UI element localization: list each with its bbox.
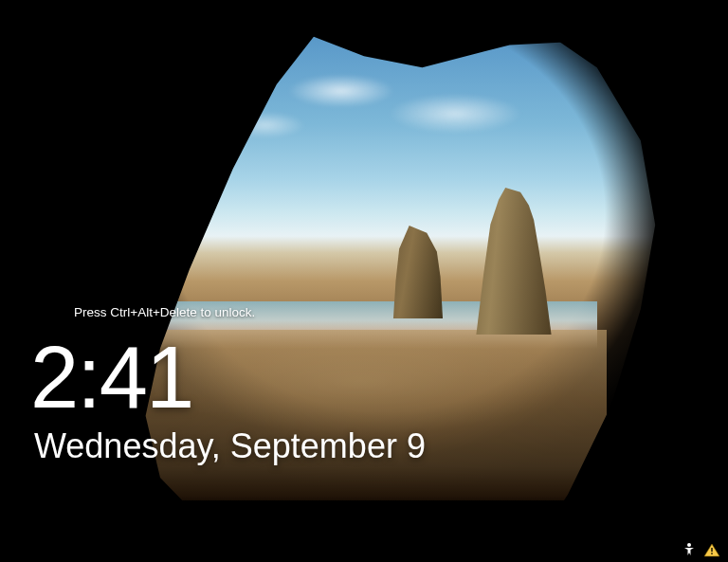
ease-of-access-icon[interactable] bbox=[681, 541, 698, 558]
clock-date: Wednesday, September 9 bbox=[34, 426, 426, 466]
svg-rect-1 bbox=[711, 548, 713, 552]
system-tray bbox=[681, 541, 720, 558]
network-warning-icon[interactable] bbox=[703, 541, 720, 558]
wallpaper-rock bbox=[389, 226, 447, 318]
clock-time: 2:41 bbox=[30, 334, 192, 421]
wallpaper-cave-frame bbox=[0, 496, 728, 562]
unlock-instruction: Press Ctrl+Alt+Delete to unlock. bbox=[74, 305, 255, 319]
lock-screen-wallpaper bbox=[0, 0, 728, 562]
wallpaper-rock bbox=[472, 188, 555, 335]
svg-rect-2 bbox=[711, 553, 713, 554]
svg-point-0 bbox=[687, 543, 691, 547]
